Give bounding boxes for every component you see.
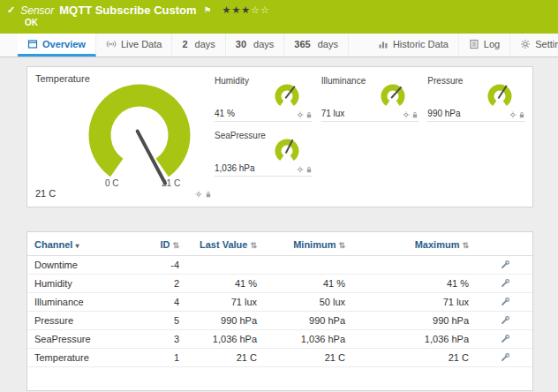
- sort-desc-icon: ▾: [75, 242, 79, 250]
- gear-icon: [520, 39, 531, 49]
- channel-cell: Downtime: [27, 256, 140, 275]
- sort-icon: ⇅: [462, 241, 469, 250]
- col-header-channel[interactable]: Channel▾: [27, 232, 140, 256]
- log-document-icon: [469, 39, 479, 49]
- minimum-cell: 21 C: [264, 349, 352, 367]
- last-value-cell: [186, 256, 264, 275]
- sensor-page: ✓ Sensor MQTT Subscribe Custom ⚑ ★★★☆☆ O…: [0, 0, 558, 392]
- tab-settings[interactable]: Settings: [510, 34, 558, 57]
- channel-lock-icon[interactable]: [305, 111, 313, 118]
- gauge-value: 71 lux: [321, 109, 345, 118]
- channel-gear-icon[interactable]: [297, 166, 304, 173]
- tab-2-days[interactable]: 2days: [172, 34, 225, 57]
- channel-gear-icon[interactable]: [195, 191, 202, 198]
- channel-gear-icon[interactable]: [403, 111, 410, 118]
- page-title: MQTT Subscribe Custom: [59, 4, 196, 17]
- seapressure-gauge: [272, 136, 302, 166]
- wrench-icon[interactable]: [501, 315, 510, 325]
- gauge-value: 990 hPa: [427, 109, 460, 118]
- tab-365-days-num: 365: [294, 39, 310, 49]
- gauge-cell-humidity: Humidity 41 %: [215, 76, 313, 122]
- id-cell: 1: [140, 349, 186, 367]
- tab-30-days-num: 30: [236, 39, 246, 49]
- col-header-id[interactable]: ID⇅: [140, 232, 186, 256]
- maximum-cell: 41 %: [352, 275, 476, 293]
- maximum-cell: [352, 256, 476, 275]
- favorite-flag-icon[interactable]: ⚑: [204, 5, 212, 15]
- channel-lock-icon[interactable]: [518, 111, 525, 118]
- gauge-scale-max: 21 C: [162, 178, 180, 188]
- table-row: Illuminance 4 71 lux 50 lux 71 lux: [27, 293, 533, 312]
- tab-overview[interactable]: Overview: [18, 34, 96, 57]
- overview-icon: [27, 39, 38, 49]
- col-header-maximum[interactable]: Maximum⇅: [352, 232, 476, 256]
- gauge-value: 41 %: [215, 109, 235, 118]
- col-header-actions: [476, 232, 533, 256]
- sensor-header: ✓ Sensor MQTT Subscribe Custom ⚑ ★★★☆☆ O…: [0, 0, 558, 34]
- channel-gear-icon[interactable]: [509, 111, 517, 118]
- minimum-cell: 1,036 hPa: [264, 330, 352, 349]
- gauge-cell-illuminance: Illuminance 71 lux: [321, 76, 419, 122]
- channel-lock-icon[interactable]: [205, 191, 212, 198]
- tab-365-days-unit: days: [318, 39, 338, 49]
- maximum-cell: 990 hPa: [352, 312, 476, 330]
- id-cell: -4: [140, 256, 186, 275]
- gauge-cell-seapressure: SeaPressure 1,036 hPa: [215, 131, 313, 177]
- last-value-cell: 71 lux: [186, 293, 264, 312]
- col-header-minimum[interactable]: Minimum⇅: [264, 232, 352, 256]
- channel-gear-icon[interactable]: [297, 111, 304, 118]
- wrench-icon[interactable]: [501, 260, 510, 269]
- priority-stars-filled[interactable]: ★★★: [222, 4, 252, 15]
- gauge-title: Humidity: [215, 76, 249, 86]
- tab-historic-data[interactable]: Historic Data: [368, 34, 459, 57]
- maximum-cell: 1,036 hPa: [352, 330, 476, 349]
- wrench-icon[interactable]: [501, 297, 510, 306]
- tab-log[interactable]: Log: [459, 34, 510, 57]
- channel-cell: Pressure: [27, 312, 140, 330]
- wrench-icon[interactable]: [501, 334, 510, 343]
- gauges-panel: Temperature 0 C 21 C 21 C Humid: [26, 66, 533, 207]
- tab-30-days[interactable]: 30days: [226, 34, 285, 57]
- tab-365-days[interactable]: 365days: [284, 34, 349, 57]
- id-cell: 4: [140, 293, 186, 312]
- tab-live-data[interactable]: Live Data: [96, 34, 172, 57]
- maximum-cell: 71 lux: [352, 293, 476, 312]
- channel-lock-icon[interactable]: [305, 166, 313, 173]
- channel-table-panel: Channel▾ ID⇅ Last Value⇅ Minimum⇅ Maximu…: [26, 231, 533, 391]
- gauge-title: Pressure: [427, 76, 463, 86]
- maximum-cell: 21 C: [352, 349, 476, 367]
- minimum-cell: 990 hPa: [264, 312, 352, 330]
- table-row: Downtime -4: [27, 256, 533, 275]
- channel-cell: SeaPressure: [27, 330, 140, 349]
- gauge-value: 1,036 hPa: [215, 163, 255, 173]
- priority-stars[interactable]: ★★★☆☆: [222, 4, 270, 16]
- tab-2-days-num: 2: [182, 39, 187, 49]
- gauge-scale-min: 0 C: [105, 178, 119, 188]
- sort-icon: ⇅: [338, 241, 345, 250]
- channel-cell: Humidity: [27, 275, 140, 293]
- wrench-icon[interactable]: [501, 278, 510, 288]
- humidity-gauge: [272, 81, 302, 111]
- tab-bar: Overview Live Data 2days 30days 365days …: [0, 34, 558, 57]
- channel-lock-icon[interactable]: [411, 111, 418, 118]
- channel-cell: Temperature: [27, 349, 140, 367]
- table-row: Temperature 1 21 C 21 C 21 C: [27, 349, 533, 367]
- status-badge: OK: [25, 18, 551, 27]
- wrench-icon[interactable]: [501, 352, 510, 362]
- minimum-cell: [264, 256, 352, 275]
- table-row: SeaPressure 3 1,036 hPa 1,036 hPa 1,036 …: [27, 330, 533, 349]
- live-data-icon: [106, 39, 117, 49]
- object-kind-label: Sensor: [20, 4, 54, 17]
- id-cell: 5: [140, 312, 186, 330]
- tab-live-data-label: Live Data: [121, 39, 162, 49]
- tab-historic-data-label: Historic Data: [393, 39, 449, 49]
- gauge-title: SeaPressure: [215, 131, 266, 140]
- channel-cell: Illuminance: [27, 293, 140, 312]
- sort-icon: ⇅: [250, 241, 257, 250]
- table-row: Humidity 2 41 % 41 % 41 %: [27, 275, 533, 293]
- last-value-cell: 21 C: [186, 349, 264, 367]
- pressure-gauge: [485, 81, 515, 111]
- col-header-last-value[interactable]: Last Value⇅: [186, 232, 264, 256]
- priority-stars-empty[interactable]: ☆☆: [251, 4, 270, 15]
- main-gauge-value: 21 C: [35, 188, 56, 199]
